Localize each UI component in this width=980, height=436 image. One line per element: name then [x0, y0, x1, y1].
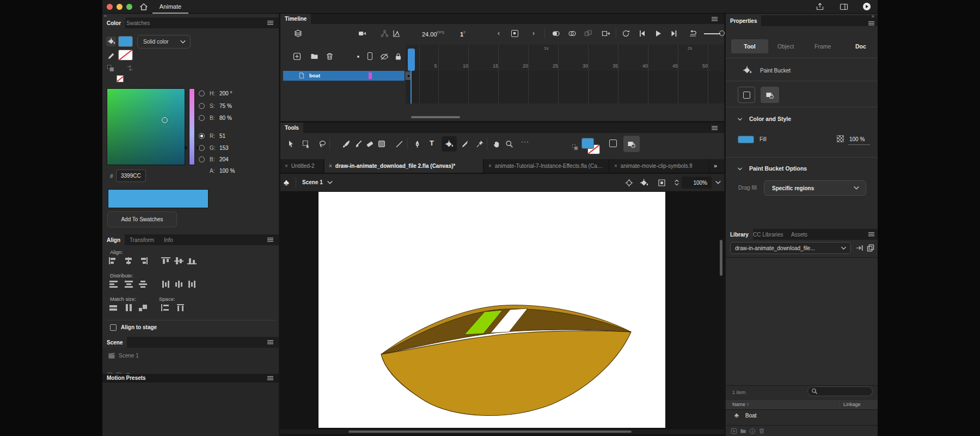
maximize-window-button[interactable]	[126, 4, 132, 10]
align-panel-menu-icon[interactable]	[267, 238, 273, 242]
swap-colors-icon[interactable]	[126, 64, 134, 72]
properties-menu-icon[interactable]	[868, 21, 874, 26]
color-saturation-brightness-field[interactable]	[107, 88, 185, 165]
classic-brush-tool-icon[interactable]	[353, 140, 362, 148]
hex-input[interactable]: 3399CC	[116, 169, 146, 182]
tab-overflow-icon[interactable]: »	[714, 162, 717, 169]
lasso-tool-icon[interactable]	[318, 140, 327, 148]
highlight-layers-dot-icon[interactable]	[357, 56, 359, 58]
align-bottom-button[interactable]	[187, 257, 197, 264]
tab-assets[interactable]: Assets	[787, 229, 812, 240]
r-value[interactable]: 51	[219, 133, 225, 139]
timeline-ruler[interactable]: 1s 2s 5 10 15 20 25 30 35 40 45 50	[406, 45, 724, 71]
library-search-input[interactable]	[807, 386, 873, 396]
zoom-chevron-icon[interactable]	[714, 179, 722, 186]
stroke-color-swatch[interactable]	[118, 50, 133, 60]
doc-tab-untitled[interactable]: ×Untitled-2	[280, 159, 324, 173]
stage-vertical-scrollbar[interactable]	[720, 240, 722, 276]
pin-library-icon[interactable]	[856, 244, 863, 252]
timeline-zoom-slider-handle[interactable]	[719, 31, 725, 36]
panel-overflow-icon[interactable]: »	[871, 13, 874, 19]
stage-canvas[interactable]	[318, 192, 665, 428]
hide-all-layers-icon[interactable]	[380, 52, 389, 60]
zoom-level-input[interactable]: 100%	[682, 177, 712, 189]
play-icon[interactable]	[654, 29, 662, 38]
step-forward-icon[interactable]	[670, 29, 678, 38]
current-frame-value[interactable]: 1F	[460, 31, 465, 38]
pen-tool-icon[interactable]	[413, 140, 421, 148]
match-width-button[interactable]	[109, 304, 118, 311]
camera-icon[interactable]	[358, 29, 366, 38]
share-icon[interactable]	[816, 3, 824, 11]
new-symbol-icon[interactable]	[730, 427, 737, 434]
tab-timeline[interactable]: Timeline	[280, 14, 311, 24]
library-menu-icon[interactable]	[868, 232, 874, 237]
close-tab-icon[interactable]: ×	[329, 163, 332, 169]
align-middle-v-button[interactable]	[174, 257, 183, 264]
distribute-left-button[interactable]	[161, 281, 170, 288]
stage-horizontal-scrollbar[interactable]	[348, 431, 632, 433]
distribute-right-button[interactable]	[187, 281, 197, 288]
color-style-chevron-icon[interactable]	[737, 116, 743, 123]
new-layer-icon[interactable]	[293, 52, 301, 60]
object-drawing-mode-icon[interactable]	[609, 140, 617, 147]
line-tool-icon[interactable]	[395, 140, 403, 148]
drag-fill-select[interactable]: Specific regions	[764, 180, 866, 196]
layer-name[interactable]: boat	[309, 72, 320, 78]
selection-tool-icon[interactable]	[286, 140, 295, 148]
onion-skin-icon[interactable]	[552, 29, 560, 38]
tab-transform[interactable]: Transform	[125, 234, 158, 245]
b-value[interactable]: 80 %	[219, 115, 232, 121]
hand-tool-icon[interactable]	[492, 140, 500, 148]
zoom-tool-icon[interactable]	[505, 140, 513, 148]
align-right-button[interactable]	[138, 257, 148, 264]
props-tab-object[interactable]: Object	[777, 43, 794, 50]
timeline-zoom-slider[interactable]	[704, 33, 720, 34]
fill-bucket-icon[interactable]	[106, 37, 116, 46]
paint-bucket-tool-selected[interactable]	[442, 136, 457, 152]
symbol-club-icon[interactable]: ♣	[284, 178, 289, 187]
minimize-window-button[interactable]	[117, 4, 122, 10]
h-value[interactable]: 200 °	[219, 90, 232, 96]
layer-row-boat[interactable]: boat	[283, 71, 412, 81]
onion-skin-outlines-icon[interactable]	[568, 29, 577, 38]
pbo-chevron-icon[interactable]	[737, 166, 743, 172]
next-keyframe-icon[interactable]: ›	[530, 29, 537, 37]
distribute-bottom-button[interactable]	[138, 281, 148, 288]
tab-cc-libraries[interactable]: CC Libraries	[749, 229, 788, 240]
lock-all-layers-icon[interactable]	[394, 52, 402, 60]
props-tab-tool[interactable]: Tool	[731, 39, 768, 53]
b2-value[interactable]: 204	[219, 156, 229, 162]
layers-icon[interactable]	[293, 29, 302, 38]
align-center-h-button[interactable]	[124, 257, 133, 264]
tab-properties[interactable]: Properties	[726, 15, 761, 26]
radio-h[interactable]	[199, 90, 205, 96]
item-properties-icon[interactable]	[749, 427, 756, 434]
tab-info[interactable]: Info	[160, 234, 177, 245]
edit-multiple-frames-icon[interactable]	[584, 29, 592, 38]
frames-area[interactable]	[406, 71, 724, 104]
add-to-swatches-button[interactable]: Add To Swatches	[107, 211, 177, 227]
center-stage-icon[interactable]	[625, 179, 633, 187]
space-horizontal-button[interactable]	[176, 304, 186, 311]
scene-chevron-icon[interactable]	[326, 179, 334, 186]
text-tool-icon[interactable]: T	[430, 139, 434, 147]
new-library-panel-icon[interactable]	[867, 244, 874, 252]
radio-s[interactable]	[199, 103, 205, 109]
asset-warp-tool-icon[interactable]	[475, 140, 484, 148]
gap-size-button[interactable]	[738, 87, 755, 103]
radio-b2[interactable]	[199, 156, 205, 162]
quick-share-play-icon[interactable]	[862, 2, 871, 11]
color-type-select[interactable]: Solid color	[137, 35, 191, 49]
no-color-icon[interactable]	[117, 75, 124, 82]
library-document-select[interactable]: draw-in-animate_download_file...	[730, 242, 851, 254]
outline-view-icon[interactable]	[367, 52, 372, 60]
alpha-checkerboard-icon[interactable]	[837, 135, 844, 142]
distribute-top-button[interactable]	[109, 281, 118, 288]
close-tab-icon[interactable]: ×	[488, 163, 492, 169]
hue-slider[interactable]	[189, 88, 195, 165]
scene-item-label[interactable]: Scene 1	[119, 353, 139, 359]
close-tab-icon[interactable]: ×	[285, 163, 288, 169]
motion-presets-header[interactable]: Motion Presets	[102, 374, 279, 383]
tab-swatches[interactable]: Swatches	[122, 17, 154, 28]
